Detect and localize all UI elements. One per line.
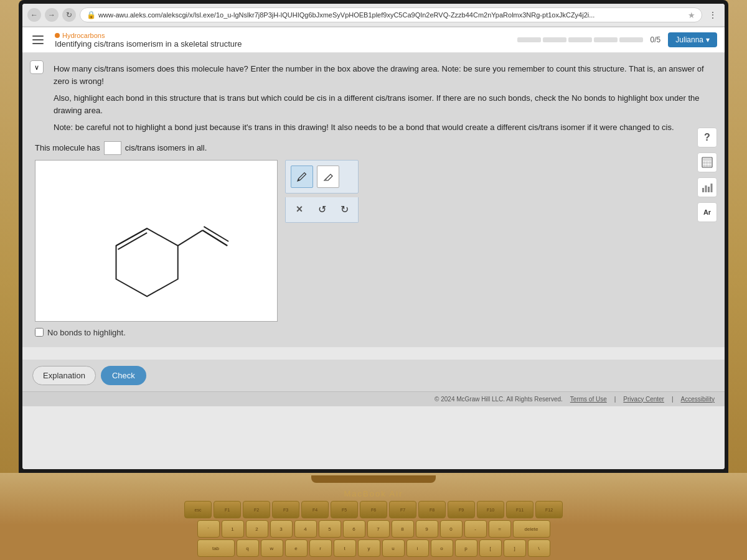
key-2[interactable]: 2 [246, 520, 268, 538]
key-6[interactable]: 6 [343, 520, 365, 538]
key-r[interactable]: r [309, 539, 332, 557]
key-backslash[interactable]: \ [528, 539, 550, 557]
collapse-button[interactable]: ∨ [30, 60, 44, 74]
key-f11[interactable]: F11 [506, 501, 533, 518]
laptop-notch [311, 475, 436, 483]
undo-action-button[interactable]: ↺ [313, 201, 331, 218]
svg-rect-9 [705, 185, 707, 192]
molecule-svg [35, 161, 277, 321]
key-f1[interactable]: F1 [214, 501, 241, 518]
key-q[interactable]: q [237, 539, 259, 557]
footer-separator2: | [672, 396, 674, 403]
key-f4[interactable]: F4 [301, 501, 329, 518]
periodic-table-button[interactable]: Ar [697, 202, 717, 222]
eraser-tool-button[interactable] [317, 166, 339, 188]
molecule-count-input[interactable] [104, 141, 121, 155]
footer-accessibility-link[interactable]: Accessibility [681, 396, 715, 403]
key-f3[interactable]: F3 [272, 501, 299, 518]
key-backtick[interactable]: ` [197, 520, 220, 538]
key-w[interactable]: w [261, 539, 283, 557]
progress-seg-2 [543, 37, 566, 42]
key-equals[interactable]: = [489, 520, 511, 538]
pencil-icon [296, 170, 308, 183]
help-button[interactable]: ? [697, 128, 717, 147]
key-tab[interactable]: tab [197, 539, 235, 557]
key-0[interactable]: 0 [440, 520, 463, 538]
key-delete[interactable]: delete [513, 520, 550, 538]
footer-terms-link[interactable]: Terms of Use [570, 396, 607, 403]
instruction-1: How many cis/trans isomers does this mol… [54, 63, 712, 87]
svg-rect-6 [707, 165, 708, 167]
key-4[interactable]: 4 [294, 520, 317, 538]
svg-rect-11 [711, 184, 713, 192]
calculator-button[interactable] [697, 152, 717, 172]
user-name: Julianna [675, 35, 703, 44]
progress-seg-4 [594, 37, 618, 42]
keyboard: esc F1 F2 F3 F4 F5 F6 F7 F8 F9 F10 F11 F… [62, 501, 685, 559]
header-title-area: Hydrocarbons Identifying cis/trans isome… [55, 32, 510, 49]
reload-button[interactable]: ↻ [62, 8, 76, 22]
progress-seg-5 [619, 37, 643, 42]
pencil-tool-button[interactable] [291, 166, 313, 188]
browser-menu-button[interactable]: ⋮ [706, 8, 720, 22]
explanation-button[interactable]: Explanation [32, 366, 96, 385]
molecule-count-area: This molecule has cis/trans isomers in a… [35, 141, 712, 155]
key-8[interactable]: 8 [392, 520, 414, 538]
content-card: ∨ How many cis/trans isomers does this m… [22, 53, 725, 347]
redo-action-button[interactable]: ↻ [336, 201, 353, 218]
key-f9[interactable]: F9 [448, 501, 475, 518]
svg-rect-10 [708, 187, 710, 192]
key-i[interactable]: i [406, 539, 429, 557]
key-9[interactable]: 9 [416, 520, 438, 538]
footer-privacy-link[interactable]: Privacy Center [623, 396, 664, 403]
key-f8[interactable]: F8 [418, 501, 446, 518]
action-row: × ↺ ↻ [285, 197, 359, 223]
instructions: How many cis/trans isomers does this mol… [54, 63, 712, 134]
key-esc[interactable]: esc [184, 501, 212, 518]
svg-rect-5 [703, 165, 705, 167]
key-3[interactable]: 3 [270, 520, 293, 538]
key-f7[interactable]: F7 [389, 501, 416, 518]
key-o[interactable]: o [431, 539, 453, 557]
hamburger-line [32, 39, 44, 40]
key-7[interactable]: 7 [367, 520, 390, 538]
svg-marker-12 [116, 228, 178, 296]
main-content: ? [22, 53, 725, 469]
footer-copyright: © 2024 McGraw Hill LLC. All Rights Reser… [435, 396, 563, 403]
calculator-icon [702, 157, 713, 168]
star-icon[interactable]: ★ [688, 11, 695, 20]
no-bonds-checkbox[interactable] [35, 328, 44, 337]
key-f6[interactable]: F6 [360, 501, 387, 518]
url-text: www-awu.aleks.com/alekscgi/x/lsl.exe/1o_… [98, 11, 594, 19]
key-1[interactable]: 1 [222, 520, 244, 538]
key-e[interactable]: e [285, 539, 308, 557]
back-button[interactable]: ← [27, 8, 41, 22]
key-y[interactable]: y [358, 539, 380, 557]
key-lbracket[interactable]: [ [479, 539, 502, 557]
key-u[interactable]: u [382, 539, 405, 557]
key-t[interactable]: t [334, 539, 356, 557]
key-f12[interactable]: F12 [535, 501, 563, 518]
chart-button[interactable] [697, 177, 717, 197]
topic-dot [55, 33, 60, 38]
no-bonds-label: No bonds to highlight. [47, 328, 126, 337]
svg-rect-4 [709, 162, 711, 164]
drawing-canvas[interactable] [35, 160, 278, 322]
keyboard-row-fn: esc F1 F2 F3 F4 F5 F6 F7 F8 F9 F10 F11 F… [62, 501, 685, 518]
molecule-count-label: This molecule has [35, 143, 100, 152]
hamburger-button[interactable] [30, 31, 47, 49]
screen-content: ← → ↻ 🔒 www-awu.aleks.com/alekscgi/x/lsl… [22, 4, 725, 469]
delete-action-button[interactable]: × [291, 201, 308, 218]
key-p[interactable]: p [455, 539, 477, 557]
key-f5[interactable]: F5 [331, 501, 358, 518]
forward-button[interactable]: → [45, 8, 59, 22]
key-minus[interactable]: - [464, 520, 487, 538]
svg-rect-3 [707, 162, 708, 164]
key-f2[interactable]: F2 [243, 501, 270, 518]
key-f10[interactable]: F10 [477, 501, 504, 518]
key-5[interactable]: 5 [319, 520, 341, 538]
check-button[interactable]: Check [101, 366, 146, 385]
key-rbracket[interactable]: ] [504, 539, 526, 557]
user-menu-button[interactable]: Julianna ▾ [668, 32, 717, 47]
address-bar[interactable]: 🔒 www-awu.aleks.com/alekscgi/x/lsl.exe/1… [80, 7, 702, 22]
